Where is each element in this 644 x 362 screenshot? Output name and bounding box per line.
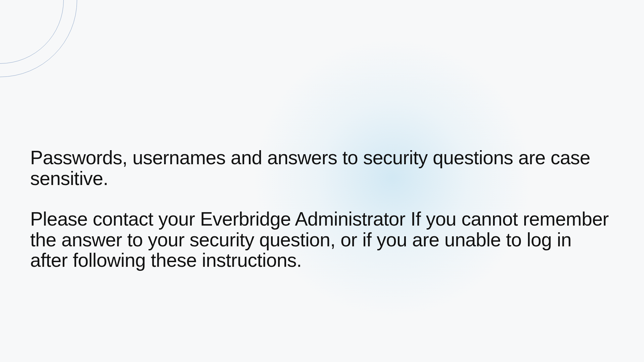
contact-admin-note: Please contact your Everbridge Administr…: [30, 209, 614, 271]
case-sensitive-note: Passwords, usernames and answers to secu…: [30, 147, 614, 189]
arc-inner-icon: [0, 0, 64, 64]
arc-outer-icon: [0, 0, 77, 77]
main-content: Passwords, usernames and answers to secu…: [30, 147, 614, 291]
